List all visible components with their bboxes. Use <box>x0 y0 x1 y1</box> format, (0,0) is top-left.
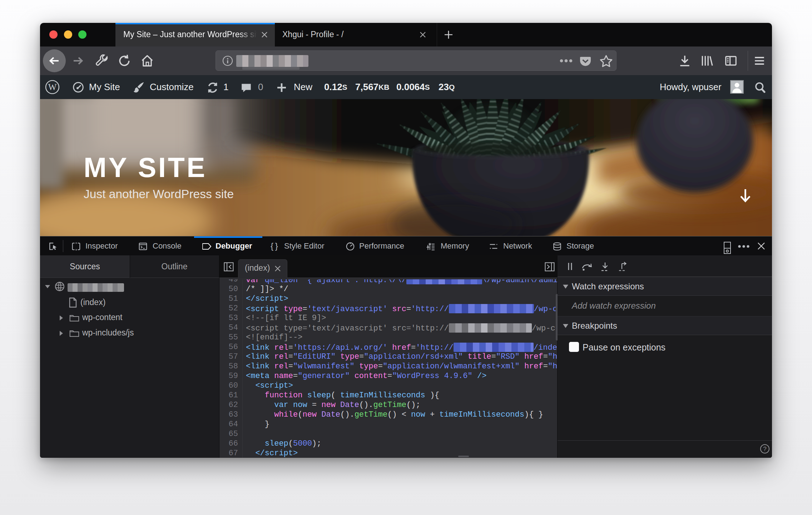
svg-text:W: W <box>48 82 57 92</box>
svg-text:?: ? <box>763 446 766 452</box>
